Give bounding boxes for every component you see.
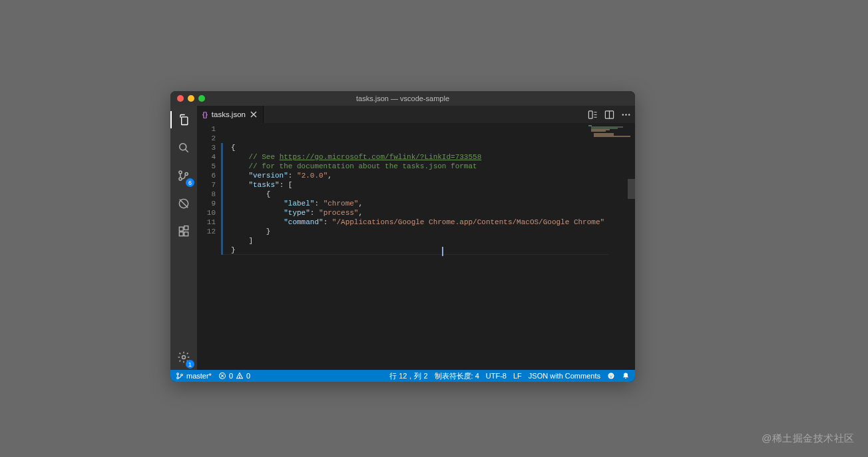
svg-point-30 [612, 375, 612, 375]
code-line[interactable]: } [221, 227, 635, 236]
tab-tasks-json[interactable]: {} tasks.json [197, 106, 264, 123]
code-line[interactable]: "tasks": [ [221, 180, 635, 190]
line-number: 2 [197, 134, 216, 143]
code-line[interactable]: "type": "process", [221, 208, 635, 218]
code-line[interactable]: "label": "chrome", [221, 199, 635, 208]
scm-badge: 6 [186, 178, 194, 187]
window-title: tasks.json — vscode-sample [170, 94, 635, 102]
code-content[interactable]: { // See https://go.microsoft.com/fwlink… [221, 123, 635, 370]
git-branch-icon [176, 372, 184, 380]
editor-tabs: {} tasks.json [197, 106, 635, 123]
status-bar: master* 0 0 行 12，列 2 制表符长度: 4 UTF-8 LF J… [170, 370, 635, 382]
line-number: 6 [197, 171, 216, 180]
code-line[interactable]: "version": "2.0.0", [221, 171, 635, 180]
svg-point-29 [610, 375, 610, 375]
problems-status[interactable]: 0 0 [218, 372, 250, 380]
code-line[interactable]: } [221, 245, 635, 255]
svg-rect-8 [179, 232, 183, 236]
line-number: 8 [197, 190, 216, 199]
svg-point-17 [622, 114, 624, 115]
svg-point-22 [181, 374, 183, 376]
debug-icon[interactable] [170, 194, 197, 214]
explorer-icon[interactable] [170, 110, 197, 130]
svg-rect-14 [588, 110, 592, 118]
line-number: 7 [197, 180, 216, 190]
svg-point-0 [180, 144, 186, 150]
code-line[interactable]: { [221, 143, 635, 152]
notifications-icon[interactable] [622, 372, 630, 380]
line-number: 3 [197, 143, 216, 152]
line-number-gutter: 123456789101112 [197, 123, 221, 370]
svg-point-2 [179, 171, 182, 174]
code-line[interactable]: // for the documentation about the tasks… [221, 162, 635, 171]
activity-bar: 6 1 [170, 106, 197, 370]
svg-line-1 [186, 150, 188, 152]
main-body: 6 1 {} tasks.json [170, 106, 635, 370]
language-mode-status[interactable]: JSON with Comments [529, 372, 600, 380]
json-file-icon: {} [202, 111, 208, 118]
watermark-text: @稀土掘金技术社区 [761, 432, 855, 445]
encoding-status[interactable]: UTF-8 [486, 372, 507, 380]
tab-label: tasks.json [212, 110, 246, 118]
vertical-scrollbar[interactable] [628, 123, 635, 370]
svg-point-28 [608, 373, 614, 379]
titlebar: tasks.json — vscode-sample [170, 91, 635, 106]
branch-name: master* [186, 372, 212, 380]
svg-point-4 [185, 172, 188, 175]
eol-status[interactable]: LF [513, 372, 522, 380]
scrollbar-thumb[interactable] [628, 179, 635, 199]
editor-area: {} tasks.json 123456789101112 { // See h… [197, 106, 635, 370]
window-controls [170, 95, 205, 102]
git-branch-status[interactable]: master* [176, 372, 212, 380]
line-number: 4 [197, 152, 216, 162]
code-line[interactable]: ] [221, 236, 635, 245]
code-line[interactable]: "command": "/Applications/Google Chrome.… [221, 218, 635, 227]
svg-point-20 [177, 373, 179, 375]
svg-rect-7 [179, 227, 183, 231]
warning-icon [236, 372, 244, 380]
more-actions-icon[interactable] [621, 110, 631, 120]
source-control-icon[interactable]: 6 [170, 166, 197, 186]
line-number: 12 [197, 227, 216, 236]
svg-rect-9 [184, 232, 188, 236]
compare-changes-icon[interactable] [588, 110, 598, 120]
settings-gear-icon[interactable]: 1 [170, 347, 197, 367]
cursor-position-status[interactable]: 行 12，列 2 [389, 371, 427, 381]
text-editor[interactable]: 123456789101112 { // See https://go.micr… [197, 123, 635, 370]
search-icon[interactable] [170, 138, 197, 158]
zoom-window-button[interactable] [198, 95, 205, 102]
svg-point-18 [625, 114, 626, 115]
code-line[interactable]: // See https://go.microsoft.com/fwlink/?… [221, 152, 635, 162]
text-cursor [442, 247, 443, 256]
editor-actions [588, 106, 635, 123]
svg-point-27 [240, 377, 240, 378]
svg-point-21 [177, 377, 179, 379]
svg-rect-10 [184, 226, 188, 230]
error-icon [218, 372, 226, 380]
indentation-status[interactable]: 制表符长度: 4 [435, 371, 479, 381]
line-number: 9 [197, 199, 216, 208]
line-number: 11 [197, 218, 216, 227]
svg-point-19 [628, 114, 630, 115]
code-line[interactable]: { [221, 190, 635, 199]
split-editor-icon[interactable] [604, 110, 614, 120]
tab-close-icon[interactable] [250, 110, 258, 118]
minimize-window-button[interactable] [188, 95, 194, 102]
settings-badge: 1 [186, 360, 194, 369]
svg-point-3 [179, 178, 182, 180]
vscode-window: tasks.json — vscode-sample 6 1 [170, 91, 635, 382]
svg-point-11 [182, 356, 186, 359]
warning-count: 0 [246, 372, 250, 380]
line-number: 10 [197, 208, 216, 218]
line-number: 1 [197, 124, 216, 134]
feedback-icon[interactable] [607, 372, 615, 380]
extensions-icon[interactable] [170, 222, 197, 241]
close-window-button[interactable] [177, 95, 184, 102]
line-number: 5 [197, 162, 216, 171]
error-count: 0 [229, 372, 233, 380]
